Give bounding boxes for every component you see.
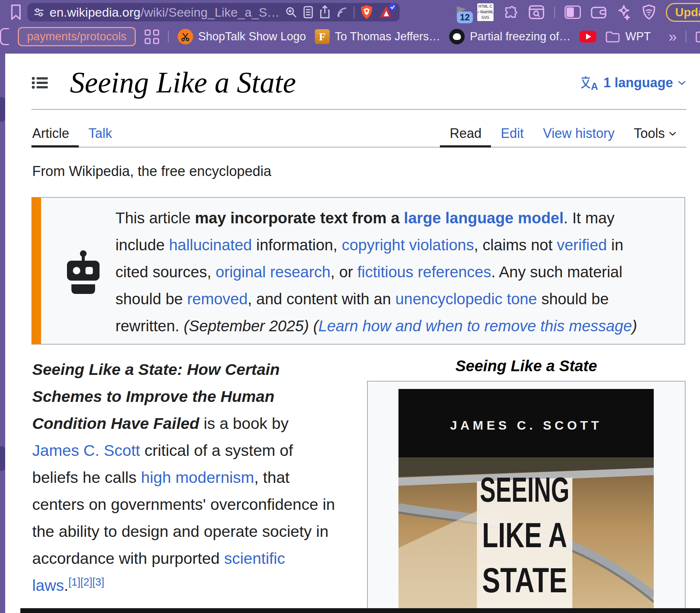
- bookmark-folder-wpt[interactable]: WPT: [605, 30, 651, 43]
- text-segment: Seeing Like a State: How Certain: [32, 360, 280, 378]
- rail-notch[interactable]: [0, 446, 5, 471]
- title-rule: [31, 109, 686, 110]
- reader-mode-icon[interactable]: [303, 6, 314, 19]
- inline-link[interactable]: removed: [187, 290, 248, 308]
- inline-link[interactable]: original research: [216, 263, 331, 281]
- text-segment: . It may: [563, 209, 615, 227]
- bookmark-label: Partial freezing of…: [470, 30, 571, 43]
- text-segment: critical of a system of: [140, 441, 293, 459]
- tab-group-grid-icon[interactable]: [145, 30, 159, 44]
- tab-article[interactable]: Article: [31, 120, 79, 147]
- url-text[interactable]: en.wikipedia.org/wiki/Seeing_Like_a_S…: [50, 5, 280, 20]
- infobox-caption: Seeing Like a State: [367, 357, 686, 375]
- inline-link[interactable]: Learn how and when to remove this messag…: [319, 317, 632, 335]
- bookmark-ribbon-icon[interactable]: [10, 4, 22, 20]
- inline-link[interactable]: verified: [557, 236, 607, 254]
- brave-rewards-icon[interactable]: [379, 5, 394, 19]
- tune-icon[interactable]: [33, 7, 44, 18]
- bookmark-item-shoptalk[interactable]: ShopTalk Show Logo: [178, 29, 306, 44]
- bookmark-label: WPT: [625, 30, 651, 43]
- tab-read[interactable]: Read: [440, 120, 491, 147]
- page-title: Seeing Like a State: [70, 66, 296, 99]
- cover-title-line: STATE: [482, 560, 567, 600]
- brave-shield-icon[interactable]: [360, 4, 374, 20]
- browser-chrome: en.wikipedia.org/wiki/Seeing_Like_a_S…: [0, 0, 700, 54]
- tabs-right: Read Edit View history Tools: [440, 120, 686, 147]
- inline-link[interactable]: scientific: [224, 549, 285, 567]
- language-selector[interactable]: A 1 language: [580, 75, 686, 91]
- wallet-icon[interactable]: [590, 5, 607, 19]
- book-cover-image[interactable]: JAMES C. SCOTT SEEING LIKE A STATE: [398, 389, 654, 613]
- text-segment: is a book by: [199, 414, 289, 432]
- robot-icon: [64, 250, 102, 295]
- tab-view-history[interactable]: View history: [534, 120, 624, 147]
- share-icon[interactable]: [319, 5, 331, 19]
- notice-text: This article may incorporate text from a…: [115, 204, 637, 339]
- text-segment: information,: [252, 236, 342, 254]
- folder-icon: [695, 30, 700, 43]
- tab-talk[interactable]: Talk: [79, 120, 122, 147]
- extensions-puzzle-icon[interactable]: [503, 4, 519, 20]
- tab-tools[interactable]: Tools: [624, 120, 686, 147]
- inline-link[interactable]: large language model: [404, 209, 564, 227]
- inline-link[interactable]: laws: [32, 576, 64, 594]
- text-segment: the ability to design and operate societ…: [32, 522, 329, 540]
- text-segment[interactable]: [3]: [92, 576, 104, 588]
- text-segment: , claims not: [474, 236, 557, 254]
- ext-row: HTML-C: [478, 4, 492, 10]
- search-window-icon[interactable]: [528, 5, 545, 20]
- rss-icon[interactable]: [336, 6, 349, 18]
- book-infobox: JAMES C. SCOTT SEEING LIKE A STATE: [367, 381, 686, 613]
- chevron-down-icon: [669, 131, 677, 136]
- zoom-in-icon[interactable]: [285, 6, 297, 18]
- text-segment: should be: [537, 290, 609, 308]
- text-segment: may incorporate text from a: [195, 209, 404, 227]
- bookmarks-overflow-chevron[interactable]: »: [669, 29, 677, 44]
- inline-link[interactable]: copyright violations: [342, 236, 474, 254]
- clipped-bookmark-pill[interactable]: [0, 28, 9, 45]
- tab-edit[interactable]: Edit: [491, 120, 533, 147]
- svg-text:A: A: [591, 81, 598, 91]
- text-segment: (September 2025): [184, 317, 309, 335]
- chevron-down-icon: [677, 80, 686, 85]
- inline-link[interactable]: fictitious references: [357, 263, 491, 281]
- site-subtitle: From Wikipedia, the free encyclopedia: [32, 163, 271, 179]
- bookmark-item-github[interactable]: Partial freezing of…: [449, 29, 571, 44]
- rail-notch[interactable]: [0, 97, 5, 122]
- urlbar-divider: [354, 6, 354, 18]
- bookmark-item-thomas-jefferson[interactable]: F To Thomas Jeffers…: [315, 29, 440, 44]
- mathml-extension-icon[interactable]: HTML-C ✓MathML SVG: [477, 3, 494, 21]
- window-left-rail: [0, 54, 5, 613]
- inline-link[interactable]: James C. Scott: [32, 441, 140, 459]
- text-segment: ): [632, 317, 637, 335]
- bookmarks-bar: payments/protocols ShopTalk Show Logo F …: [0, 24, 700, 49]
- url-path: /wiki/Seeing_Like_a_S…: [141, 5, 280, 19]
- tab-group-pill[interactable]: payments/protocols: [18, 27, 136, 46]
- text-segment[interactable]: [2]: [80, 576, 92, 588]
- letter-f-icon: F: [315, 29, 330, 44]
- vpn-shield-icon[interactable]: [642, 4, 656, 20]
- article-header: Seeing Like a State A 1 language: [31, 66, 686, 99]
- llm-content-notice: This article may incorporate text from a…: [31, 197, 685, 345]
- bookmark-label: To Thomas Jeffers…: [335, 30, 440, 43]
- inline-link[interactable]: hallucinated: [169, 236, 252, 254]
- ext-row: SVG: [481, 15, 489, 21]
- cover-author: JAMES C. SCOTT: [450, 418, 602, 432]
- text-segment: , that: [254, 468, 290, 486]
- flag-extension-icon[interactable]: 12: [455, 5, 468, 20]
- translate-icon: A: [580, 75, 599, 91]
- url-domain: en.wikipedia.org: [50, 5, 141, 19]
- toolbar-right-icons: 12 HTML-C ✓MathML SVG: [455, 3, 700, 22]
- bookmark-item-youtube[interactable]: [579, 31, 596, 43]
- update-button[interactable]: Update: [666, 3, 700, 22]
- text-segment: should be: [115, 290, 187, 308]
- flag-badge-count: 12: [457, 11, 473, 23]
- toc-list-icon[interactable]: [31, 76, 48, 90]
- url-bar[interactable]: en.wikipedia.org/wiki/Seeing_Like_a_S…: [27, 3, 400, 21]
- inline-link[interactable]: high modernism: [141, 468, 254, 486]
- all-bookmarks-folder[interactable]: All Bookmarks: [695, 30, 700, 43]
- sidebar-toggle-icon[interactable]: [565, 6, 581, 19]
- text-segment[interactable]: [1]: [68, 576, 80, 588]
- leo-ai-sparkle-icon[interactable]: [616, 4, 632, 20]
- inline-link[interactable]: unencyclopedic tone: [396, 290, 537, 308]
